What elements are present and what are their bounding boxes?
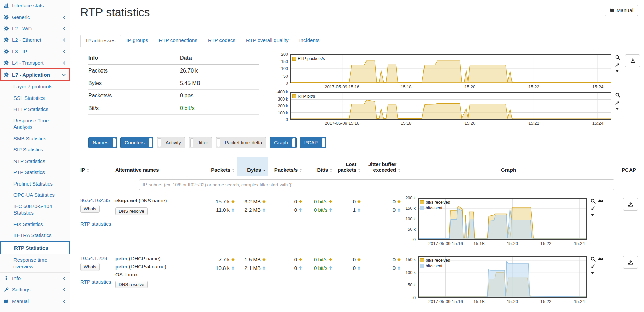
- host-name: ekiga.net: [115, 198, 137, 203]
- col-header-ip[interactable]: IP: [80, 157, 115, 176]
- sidebar-item-info[interactable]: Info: [0, 272, 70, 284]
- pcap-download-button[interactable]: [623, 198, 638, 211]
- sidebar-item-l2-wifi[interactable]: L2 - WiFi: [0, 23, 70, 34]
- plot-area[interactable]: RTP packets/s: [290, 54, 611, 83]
- area-chart-icon[interactable]: [598, 257, 604, 262]
- sidebar-item-smb-statistics[interactable]: SMB Statistics: [0, 133, 70, 144]
- pcap-download-button[interactable]: [623, 256, 638, 269]
- chart-legend: RTP bit/s: [292, 94, 315, 100]
- shrink-icon[interactable]: [615, 63, 620, 67]
- legend-swatch: [292, 94, 296, 98]
- whois-button[interactable]: Whois: [80, 263, 100, 271]
- sidebar-item-response-time-analysis[interactable]: Response Time Analysis: [0, 115, 70, 133]
- sort-icon[interactable]: [330, 169, 332, 172]
- sidebar-item-ptp-statistics[interactable]: PTP Statistics: [0, 167, 70, 178]
- host-name: peter: [115, 264, 128, 270]
- filter-input[interactable]: [139, 179, 614, 190]
- host-traffic-chart[interactable]: 050 k100 k150 k200 kbit/s receivedbit/s …: [403, 198, 587, 247]
- download-icon: [630, 58, 635, 63]
- gear-icon: [3, 15, 9, 20]
- sidebar-item-l4-transport[interactable]: L4 - Transport: [0, 57, 70, 68]
- download-button[interactable]: [625, 54, 640, 67]
- toggle-label: Names: [93, 140, 108, 145]
- ip-link[interactable]: 10.54.1.228: [80, 255, 107, 261]
- ip-link[interactable]: 86.64.162.35: [80, 197, 110, 203]
- toggle-pcap[interactable]: PCAP: [300, 137, 327, 148]
- chevron-down-icon[interactable]: [591, 272, 604, 274]
- tab-incidents[interactable]: Incidents: [294, 35, 325, 47]
- tab-rtp-codecs[interactable]: RTP codecs: [203, 35, 241, 47]
- plot-area[interactable]: bit/s receivedbit/s sent: [418, 198, 587, 240]
- zoom-icon[interactable]: [615, 93, 620, 98]
- sidebar-item-layer-7-protocols[interactable]: Layer 7 protocols: [0, 81, 70, 92]
- col-header-jitter-buffer[interactable]: Jitter buffer exceeded: [363, 157, 403, 176]
- dns-resolve-button[interactable]: DNS resolve: [115, 281, 148, 288]
- toggle-packet-time-delta[interactable]: Packet time delta: [216, 137, 266, 148]
- sort-icon[interactable]: [358, 169, 361, 172]
- toggle-activity[interactable]: Activity: [157, 137, 185, 148]
- sort-icon[interactable]: [87, 169, 89, 172]
- toggle-names[interactable]: Names: [88, 137, 117, 148]
- sidebar-item-generic[interactable]: Generic: [0, 11, 70, 23]
- zoom-icon[interactable]: [615, 55, 620, 60]
- info-row: Bit/s 0 bit/s: [88, 102, 259, 115]
- sidebar-item-ssl-statistics[interactable]: SSL Statistics: [0, 92, 70, 104]
- whois-button[interactable]: Whois: [80, 205, 100, 213]
- zoom-icon[interactable]: [591, 257, 596, 262]
- rtp-statistics-link[interactable]: RTP statistics: [80, 279, 113, 285]
- col-header-lost-packets[interactable]: Lost packets: [334, 157, 363, 176]
- shrink-icon[interactable]: [591, 264, 604, 269]
- sidebar-item-ntp-statistics[interactable]: NTP Statistics: [0, 155, 70, 167]
- shrink-icon[interactable]: [615, 101, 620, 105]
- sidebar-item-iec-60870-5-104-statistics[interactable]: IEC 60870-5-104 Statistics: [0, 201, 70, 219]
- sidebar-item-l3-ip[interactable]: L3 - IP: [0, 46, 70, 57]
- gear-icon: [3, 26, 9, 31]
- col-header-bytes[interactable]: Bytes: [237, 157, 268, 176]
- host-traffic-chart[interactable]: 050 k100 k150 kbit/s receivedbit/s sent2…: [403, 256, 587, 305]
- area-chart-icon[interactable]: [598, 199, 604, 204]
- sidebar-item-response-time-overview[interactable]: Response time overview: [0, 254, 70, 272]
- sort-icon[interactable]: [398, 169, 401, 172]
- col-header-packets-s[interactable]: Packets/s: [268, 157, 304, 176]
- tab-ip-groups[interactable]: IP groups: [121, 35, 153, 47]
- sidebar-item-l2-ethernet[interactable]: L2 - Ethernet: [0, 34, 70, 46]
- shrink-icon[interactable]: [591, 206, 604, 211]
- sidebar-item-l7-application[interactable]: L7 - Application: [0, 68, 70, 81]
- plot-area[interactable]: bit/s receivedbit/s sent: [418, 256, 587, 298]
- sidebar-item-settings[interactable]: Settings: [0, 284, 70, 295]
- col-header-bits[interactable]: Bit/s: [304, 157, 334, 176]
- sidebar-item-rtp-statistics[interactable]: RTP Statistics: [0, 241, 70, 255]
- rtp-bits-chart[interactable]: 0100 k200 k300 k400 kRTP bit/s2017-05-09…: [275, 92, 611, 126]
- sidebar-item-opc-ua-statistics[interactable]: OPC-UA Statistics: [0, 189, 70, 201]
- legend-swatch: [420, 200, 424, 204]
- chevron-down-icon[interactable]: [615, 108, 620, 110]
- zoom-icon[interactable]: [591, 199, 596, 204]
- sidebar-item-tetra-statistics[interactable]: TETRA Statistics: [0, 230, 70, 241]
- sort-icon[interactable]: [232, 169, 235, 172]
- toggle-jitter[interactable]: Jitter: [189, 137, 212, 148]
- manual-button[interactable]: Manual: [605, 5, 638, 16]
- toggle-label: Packet time delta: [225, 140, 262, 145]
- chevron-down-icon[interactable]: [591, 214, 604, 216]
- sidebar-item-manual[interactable]: Manual: [0, 295, 70, 307]
- sidebar-item-interface-stats[interactable]: Interface stats: [0, 0, 70, 11]
- tab-rtp-overall-quality[interactable]: RTP overall quality: [241, 35, 294, 47]
- tab-ip-addresses[interactable]: IP addresses: [80, 35, 121, 47]
- sidebar-item-http-statistics[interactable]: HTTP Statistics: [0, 104, 70, 115]
- sidebar-item-fix-statistics[interactable]: FIX Statistics: [0, 219, 70, 230]
- rtp-statistics-link[interactable]: RTP statistics: [80, 221, 113, 227]
- sidebar-item-profinet-statistics[interactable]: Profinet Statistics: [0, 178, 70, 190]
- col-header-packets[interactable]: Packets: [199, 157, 237, 176]
- sidebar-item-sip-statistics[interactable]: SIP Statistics: [0, 144, 70, 155]
- chevron-down-icon[interactable]: [615, 70, 620, 72]
- rtp-packets-chart[interactable]: 050100150200RTP packets/s2017-05-09 15:1…: [275, 54, 611, 90]
- toggle-counters[interactable]: Counters: [120, 137, 153, 148]
- up-arrow-icon: [329, 208, 332, 212]
- main-content: Manual RTP statistics IP addressesIP gro…: [70, 0, 644, 312]
- plot-area[interactable]: RTP bit/s: [290, 92, 611, 120]
- toggle-label: Activity: [166, 140, 181, 145]
- tab-rtp-connections[interactable]: RTP connections: [153, 35, 203, 47]
- sort-icon[interactable]: [299, 169, 302, 172]
- dns-resolve-button[interactable]: DNS resolve: [115, 207, 148, 215]
- toggle-graph[interactable]: Graph: [270, 137, 296, 148]
